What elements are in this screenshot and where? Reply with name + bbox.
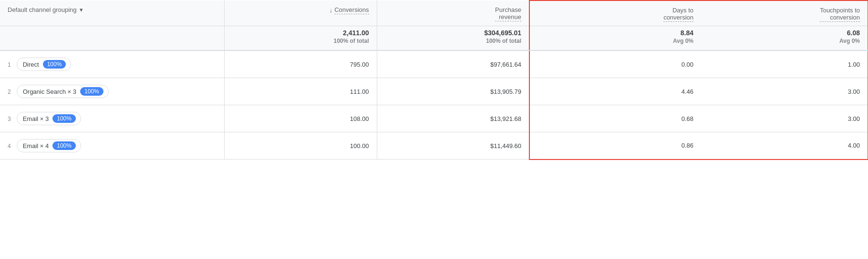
conversions-cell: 108.00 [224,105,377,132]
dropdown-arrow-icon[interactable]: ▾ [80,6,83,13]
touchpoints-total-sub: Avg 0% [709,38,860,44]
conversions-cell: 795.00 [224,50,377,78]
channel-grouping-label: Default channel grouping [8,6,77,13]
channel-cell: 1Direct100% [0,50,224,78]
table-row: 3Email × 3100%108.00$13,921.680.683.00 [0,105,868,132]
percentage-badge: 100% [52,114,76,123]
touchpoints-to-conversion-header[interactable]: Touchpoints toconversion [701,0,868,26]
conversions-cell: 100.00 [224,132,377,159]
revenue-total-sub: 100% of total [385,38,522,44]
conversions-header[interactable]: ↓ Conversions [224,0,377,26]
days-to-conversion-header[interactable]: Days toconversion [529,0,701,26]
conversions-header-label: Conversions [334,6,369,14]
channel-name: Direct [23,61,39,68]
data-table: Default channel grouping ▾ ↓ Conversions… [0,0,868,160]
totals-conversions: 2,411.00 100% of total [224,26,377,51]
row-number: 2 [8,89,11,95]
days-cell: 0.68 [529,105,701,132]
totals-revenue: $304,695.01 100% of total [377,26,529,51]
days-total-value: 8.84 [537,29,693,37]
table-row: 4Email × 4100%100.00$11,449.600.864.00 [0,132,868,159]
days-to-conversion-header-label: Days toconversion [663,7,693,22]
channel-cell: 3Email × 3100% [0,105,224,132]
totals-touchpoints: 6.08 Avg 0% [701,26,868,51]
channel-tag[interactable]: Direct100% [17,58,72,71]
channel-tag[interactable]: Organic Search × 3100% [17,85,109,98]
conversions-cell: 111.00 [224,78,377,105]
percentage-badge: 100% [43,60,66,69]
days-total-sub: Avg 0% [537,38,693,44]
row-number: 3 [8,116,11,122]
channel-tag[interactable]: Email × 4100% [17,139,81,152]
percentage-badge: 100% [52,141,76,150]
days-cell: 0.86 [529,132,701,159]
table-row: 1Direct100%795.00$97,661.640.001.00 [0,50,868,78]
touchpoints-header-label: Touchpoints toconversion [820,7,860,22]
table-row: 2Organic Search × 3100%111.00$13,905.794… [0,78,868,105]
channel-name: Email × 4 [23,142,49,149]
percentage-badge: 100% [80,87,103,96]
revenue-cell: $11,449.60 [377,132,529,159]
channel-name: Organic Search × 3 [23,88,76,95]
revenue-total-value: $304,695.01 [385,29,522,37]
totals-channel-cell [0,26,224,51]
touchpoints-total-value: 6.08 [709,29,860,37]
conversions-total-value: 2,411.00 [232,29,369,37]
main-table-container: Default channel grouping ▾ ↓ Conversions… [0,0,868,259]
touchpoints-cell: 3.00 [701,78,868,105]
purchase-revenue-header-label: Purchaserevenue [495,6,521,21]
days-cell: 4.46 [529,78,701,105]
sort-arrow-icon: ↓ [330,7,333,14]
channel-grouping-header[interactable]: Default channel grouping ▾ [0,0,224,26]
days-cell: 0.00 [529,50,701,78]
revenue-cell: $13,905.79 [377,78,529,105]
channel-name: Email × 3 [23,115,49,122]
channel-cell: 4Email × 4100% [0,132,224,159]
touchpoints-cell: 3.00 [701,105,868,132]
channel-cell: 2Organic Search × 3100% [0,78,224,105]
revenue-cell: $97,661.64 [377,50,529,78]
purchase-revenue-header[interactable]: Purchaserevenue [377,0,529,26]
row-number: 1 [8,61,11,68]
channel-tag[interactable]: Email × 3100% [17,112,81,125]
row-number: 4 [8,143,11,149]
touchpoints-cell: 1.00 [701,50,868,78]
revenue-cell: $13,921.68 [377,105,529,132]
conversions-total-sub: 100% of total [232,38,369,44]
touchpoints-cell: 4.00 [701,132,868,159]
totals-days: 8.84 Avg 0% [529,26,701,51]
